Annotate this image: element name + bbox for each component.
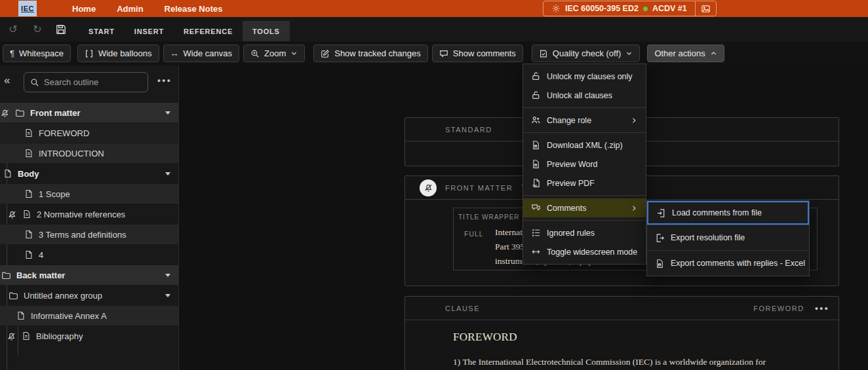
status-dot bbox=[643, 7, 648, 11]
undo-button[interactable]: ↺ bbox=[7, 23, 20, 35]
tree-item-label: INTRODUCTION bbox=[39, 149, 104, 158]
menu-divider bbox=[523, 220, 646, 221]
tree-item-clause-4[interactable]: 4 bbox=[0, 245, 178, 265]
unlock-icon bbox=[531, 71, 541, 81]
document-icon bbox=[24, 149, 33, 158]
folder-icon bbox=[1, 270, 11, 280]
other-actions-button[interactable]: Other actions bbox=[647, 45, 724, 62]
tree-item-body[interactable]: Body bbox=[0, 164, 178, 183]
quality-check-button[interactable]: Quality check (off) bbox=[532, 45, 641, 62]
menu-item-unlock-my-clauses[interactable]: Unlock my clauses only bbox=[523, 67, 646, 86]
wide-balloons-button[interactable]: Wide balloons bbox=[77, 45, 159, 62]
submenu-item-load-comments[interactable]: Load comments from file bbox=[647, 201, 809, 225]
ribbon-bar: ↺ ↻ START INSERT REFERENCE TOOLS bbox=[0, 17, 868, 41]
nav-release-notes[interactable]: Release Notes bbox=[165, 4, 223, 14]
chevron-down-icon[interactable] bbox=[165, 274, 170, 277]
chevron-down-icon[interactable] bbox=[165, 111, 170, 115]
chevron-down-icon[interactable] bbox=[165, 172, 170, 176]
tree-item-foreword[interactable]: FOREWORD bbox=[0, 123, 178, 143]
tree-item-introduction[interactable]: INTRODUCTION bbox=[0, 143, 178, 163]
tree-item-back-matter[interactable]: Back matter bbox=[0, 265, 178, 285]
chevron-right-icon bbox=[630, 117, 638, 124]
lock-status-badge bbox=[420, 179, 437, 196]
whitespace-button[interactable]: ¶ Whitespace bbox=[3, 45, 71, 62]
project-badge[interactable]: IEC 60050-395 ED2 ACDV #1 bbox=[543, 1, 717, 16]
button-label: Whitespace bbox=[19, 48, 64, 58]
nav-home[interactable]: Home bbox=[72, 4, 96, 14]
tree-item-scope[interactable]: 1 Scope bbox=[0, 184, 178, 204]
clause-heading: FOREWORD bbox=[453, 331, 838, 344]
comments-submenu: Load comments from file Export resolutio… bbox=[646, 200, 810, 276]
tree-item-informative-annex-a[interactable]: Informative Annex A bbox=[0, 306, 178, 325]
tree-item-label: 4 bbox=[39, 250, 43, 260]
nav-admin[interactable]: Admin bbox=[117, 4, 143, 14]
redo-button[interactable]: ↻ bbox=[31, 23, 44, 35]
clause-panel[interactable]: CLAUSE FOREWORD ●●● FOREWORD 1) The Inte… bbox=[404, 296, 839, 370]
brackets-icon bbox=[85, 49, 94, 58]
submenu-item-export-resolution[interactable]: Export resolution file bbox=[647, 225, 809, 250]
chevron-up-icon bbox=[710, 50, 717, 57]
bell-slash-icon bbox=[424, 183, 433, 193]
file-export-icon bbox=[655, 233, 665, 243]
iec-logo[interactable]: IEC bbox=[18, 1, 37, 16]
outline-search[interactable] bbox=[24, 72, 148, 92]
document-icon bbox=[22, 210, 31, 219]
outline-tree: Front matter FOREWORD INTRODUCTION Body bbox=[0, 103, 178, 346]
tree-item-terms-definitions[interactable]: 3 Terms and definitions bbox=[0, 225, 178, 244]
menu-item-preview-word[interactable]: w Preview Word bbox=[523, 155, 646, 174]
tree-item-bibliography[interactable]: Bibliography bbox=[0, 326, 178, 346]
menu-item-label: Unlock my clauses only bbox=[547, 72, 633, 81]
outline-sidebar: « ●●● Front matter FOREWO bbox=[0, 65, 179, 370]
title-wrapper-label: TITLE WRAPPER bbox=[458, 213, 520, 221]
ribbon-tabs: START INSERT REFERENCE TOOLS bbox=[79, 17, 290, 41]
save-button[interactable] bbox=[55, 24, 67, 35]
sidebar-more-button[interactable]: ●●● bbox=[157, 77, 172, 84]
zoom-button[interactable]: Zoom bbox=[243, 45, 305, 62]
file-word-icon: w bbox=[531, 159, 541, 169]
submenu-item-label: Load comments from file bbox=[672, 208, 762, 217]
menu-item-toggle-widescreen[interactable]: Toggle widescreen mode bbox=[523, 242, 646, 261]
search-input[interactable] bbox=[44, 77, 142, 87]
arrows-horizontal-icon bbox=[531, 247, 541, 257]
panel-type-label: FRONT MATTER bbox=[445, 184, 513, 192]
tab-insert[interactable]: INSERT bbox=[125, 21, 174, 41]
tab-start[interactable]: START bbox=[79, 21, 125, 41]
menu-item-download-xml[interactable]: x Download XML (.zip) bbox=[523, 136, 646, 155]
users-icon bbox=[531, 115, 541, 125]
menu-item-label: Unlock all clauses bbox=[547, 91, 612, 100]
tree-item-normative-references[interactable]: 2 Normative references bbox=[0, 204, 178, 224]
panel-type-label: STANDARD bbox=[445, 126, 492, 134]
menu-item-change-role[interactable]: Change role bbox=[523, 111, 646, 130]
submenu-item-export-comments-excel[interactable]: x Export comments with replies - Excel bbox=[647, 251, 809, 276]
menu-item-comments[interactable]: Comments bbox=[523, 198, 646, 217]
menu-item-ignored-rules[interactable]: Ignored rules bbox=[523, 223, 646, 242]
menu-item-label: Toggle widescreen mode bbox=[547, 248, 637, 257]
menu-divider bbox=[523, 195, 646, 196]
tab-tools[interactable]: TOOLS bbox=[243, 21, 290, 41]
menu-item-unlock-all-clauses[interactable]: Unlock all clauses bbox=[523, 86, 646, 105]
zoom-in-icon bbox=[250, 49, 260, 58]
wide-canvas-button[interactable]: ↔ Wide canvas bbox=[163, 45, 239, 62]
folder-icon bbox=[15, 108, 25, 118]
chevron-down-icon[interactable] bbox=[165, 294, 170, 297]
bell-slash-icon bbox=[7, 210, 17, 219]
tree-item-label: FOREWORD bbox=[39, 128, 89, 138]
show-comments-button[interactable]: Show comments bbox=[432, 45, 523, 62]
image-button[interactable] bbox=[695, 1, 716, 16]
clause-more-button[interactable]: ●●● bbox=[815, 305, 829, 312]
tab-reference[interactable]: REFERENCE bbox=[174, 21, 243, 41]
gear-icon bbox=[551, 4, 561, 13]
button-label: Wide balloons bbox=[98, 48, 152, 58]
menu-divider bbox=[523, 132, 646, 133]
history-controls: ↺ ↻ bbox=[7, 17, 67, 41]
tree-item-untitled-annex-group[interactable]: Untitled annex group bbox=[0, 286, 178, 305]
collapse-sidebar-button[interactable]: « bbox=[4, 74, 10, 87]
chevron-down-icon bbox=[290, 50, 298, 57]
tree-item-front-matter[interactable]: Front matter bbox=[0, 103, 178, 122]
list-check-icon bbox=[531, 228, 541, 238]
show-tracked-changes-button[interactable]: Show tracked changes bbox=[313, 45, 428, 62]
top-navigation: Home Admin Release Notes bbox=[72, 4, 222, 14]
menu-item-preview-pdf[interactable]: PDF Preview PDF bbox=[523, 174, 646, 193]
clipboard-check-icon bbox=[539, 49, 548, 58]
comments-icon bbox=[531, 203, 541, 213]
